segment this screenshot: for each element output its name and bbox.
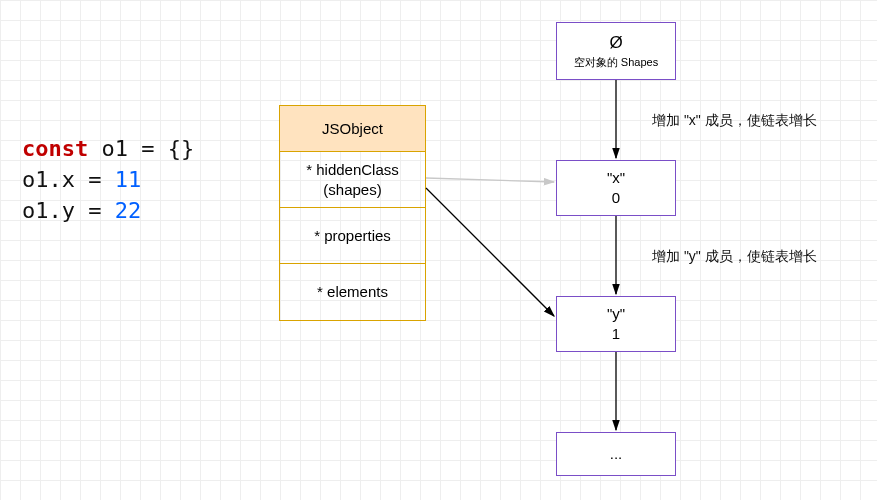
hiddenclass-line2: (shapes): [284, 180, 421, 200]
code-line-2-pre: o1.x =: [22, 167, 115, 192]
empty-symbol: Ø: [557, 32, 675, 55]
keyword-const: const: [22, 136, 88, 161]
jsobject-elements-row: * elements: [280, 264, 425, 320]
annotation-add-y: 增加 "y" 成员，使链表增长: [652, 248, 817, 266]
shape-dots: ...: [556, 432, 676, 476]
jsobject-box: JSObject * hiddenClass (shapes) * proper…: [279, 105, 426, 321]
shape-y-index: 1: [557, 324, 675, 344]
shape-x-index: 0: [557, 188, 675, 208]
annotation-add-x: 增加 "x" 成员，使链表增长: [652, 112, 817, 130]
shape-dots-label: ...: [557, 444, 675, 464]
number-11: 11: [115, 167, 142, 192]
arrow-hiddenclass-to-y: [426, 188, 554, 316]
code-line-3: o1.y = 22: [22, 196, 194, 227]
shape-y-label: "y": [557, 304, 675, 324]
jsobject-properties-row: * properties: [280, 208, 425, 264]
empty-caption: 空对象的 Shapes: [557, 55, 675, 70]
code-line-3-pre: o1.y =: [22, 198, 115, 223]
number-22: 22: [115, 198, 142, 223]
code-line-2: o1.x = 11: [22, 165, 194, 196]
jsobject-hiddenclass-row: * hiddenClass (shapes): [280, 152, 425, 208]
shape-x-label: "x": [557, 168, 675, 188]
code-line-1-rest: o1 = {}: [88, 136, 194, 161]
shape-empty: Ø 空对象的 Shapes: [556, 22, 676, 80]
hiddenclass-line1: * hiddenClass: [284, 160, 421, 180]
jsobject-header: JSObject: [280, 106, 425, 152]
code-block: const o1 = {} o1.x = 11 o1.y = 22: [22, 134, 194, 226]
shape-x: "x" 0: [556, 160, 676, 216]
arrow-hiddenclass-to-x: [426, 178, 554, 182]
code-line-1: const o1 = {}: [22, 134, 194, 165]
shape-y: "y" 1: [556, 296, 676, 352]
